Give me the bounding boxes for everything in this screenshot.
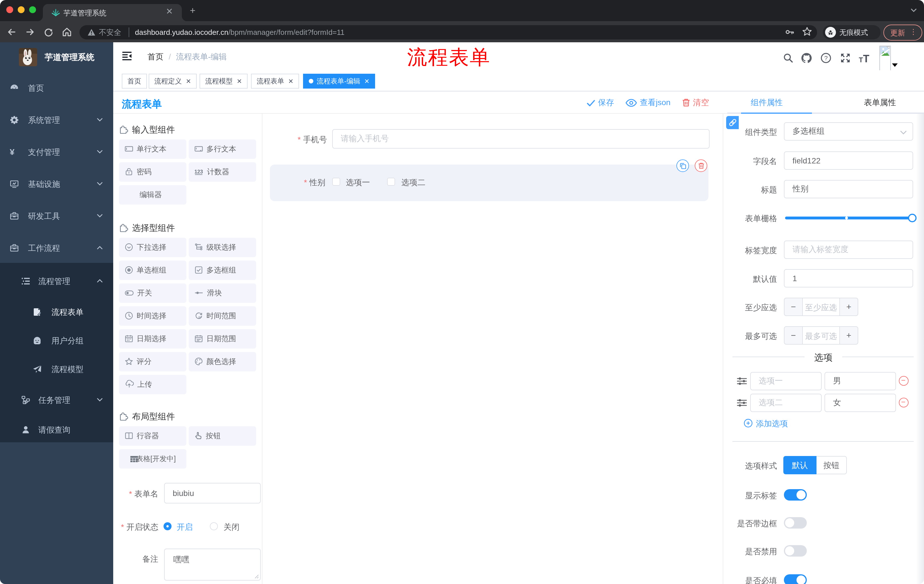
svg-text:?: ? (824, 54, 828, 62)
svg-text:123: 123 (195, 169, 203, 174)
